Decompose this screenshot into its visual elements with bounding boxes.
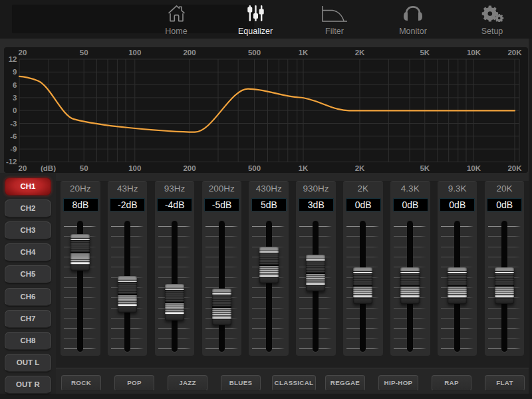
svg-text:20: 20 [19,164,27,172]
svg-text:2K: 2K [355,164,365,172]
svg-text:-12: -12 [6,158,17,166]
svg-text:-9: -9 [10,145,17,153]
svg-text:1K: 1K [299,49,309,57]
svg-text:0: 0 [13,106,17,114]
svg-text:200: 200 [183,164,196,172]
svg-text:-6: -6 [10,132,17,140]
svg-text:500: 500 [248,164,261,172]
svg-text:20: 20 [19,49,27,57]
svg-text:200: 200 [183,49,196,57]
svg-text:-3: -3 [10,120,17,128]
svg-text:9: 9 [13,68,17,76]
svg-text:(dB): (dB) [41,164,56,172]
svg-text:12: 12 [9,55,17,63]
svg-text:1K: 1K [299,164,309,172]
svg-text:20K: 20K [507,49,522,57]
svg-text:10K: 10K [467,164,481,172]
svg-text:5K: 5K [420,49,430,57]
svg-text:100: 100 [128,164,141,172]
svg-text:6: 6 [13,81,17,89]
svg-text:50: 50 [80,164,88,172]
svg-text:10K: 10K [467,49,481,57]
svg-text:100: 100 [128,49,141,57]
svg-text:2K: 2K [355,49,365,57]
svg-text:20K: 20K [507,164,522,172]
svg-text:500: 500 [248,49,261,57]
svg-text:5K: 5K [420,164,430,172]
svg-text:3: 3 [13,94,17,102]
svg-text:50: 50 [80,49,88,57]
